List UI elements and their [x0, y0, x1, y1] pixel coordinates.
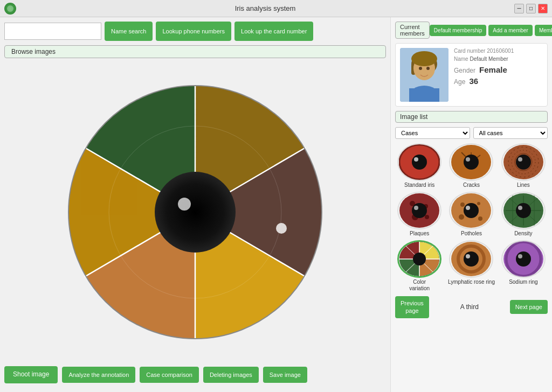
- image-thumb-potholes[interactable]: [449, 192, 493, 229]
- age-label: Age: [454, 78, 465, 86]
- shoot-image-button[interactable]: Shoot image: [4, 366, 58, 383]
- age-value: 36: [469, 76, 478, 86]
- cases-filter[interactable]: Cases: [395, 127, 470, 139]
- next-page-button[interactable]: Next page: [510, 300, 548, 314]
- analyze-annotation-button[interactable]: Analyze the annotation: [62, 367, 135, 383]
- svg-point-60: [516, 203, 531, 218]
- list-item[interactable]: Color variation: [395, 240, 444, 292]
- image-label: Color variation: [409, 279, 430, 292]
- list-item[interactable]: Lymphatic rose ring: [447, 240, 495, 292]
- image-thumb-plaques[interactable]: [397, 192, 441, 229]
- list-item[interactable]: Standard iris: [395, 143, 444, 188]
- iris-container: [4, 62, 386, 362]
- default-membership-button[interactable]: Default membership: [430, 25, 486, 36]
- member-card: Card number 201606001 Name Default Membe…: [395, 43, 548, 107]
- image-thumb-lines[interactable]: [501, 143, 546, 181]
- window-title: Iris analysis system: [16, 4, 514, 12]
- left-panel: Name search Lookup phone numbers Look up…: [0, 17, 390, 392]
- svg-point-50: [478, 216, 482, 221]
- svg-point-32: [466, 157, 470, 162]
- deleting-images-button[interactable]: Deleting images: [203, 367, 259, 383]
- current-members-label: Current members: [395, 22, 430, 39]
- image-label: Standard iris: [404, 182, 434, 188]
- image-label: Lymphatic rose ring: [448, 279, 495, 285]
- member-toolbar: Default membership Add a member Membersh…: [430, 25, 552, 36]
- svg-point-21: [419, 67, 422, 70]
- gender-value: Female: [479, 65, 507, 74]
- list-item[interactable]: Density: [499, 192, 548, 237]
- filter-row: Cases All cases: [395, 127, 548, 139]
- image-label: Lines: [517, 182, 530, 188]
- svg-point-45: [414, 206, 418, 210]
- previous-page-button[interactable]: Previous page: [395, 296, 429, 318]
- list-item[interactable]: Sodium ring: [499, 240, 548, 292]
- lookup-phone-button[interactable]: Lookup phone numbers: [156, 22, 231, 41]
- lookup-card-button[interactable]: Look up the card number: [234, 22, 313, 41]
- list-item[interactable]: Potholes: [447, 192, 495, 237]
- svg-point-12: [178, 198, 191, 211]
- image-label: Plaques: [410, 230, 429, 237]
- list-item[interactable]: Plaques: [395, 192, 444, 237]
- search-input[interactable]: [4, 23, 101, 40]
- card-number-label: Card number 201606001: [454, 48, 543, 54]
- svg-point-52: [466, 206, 470, 210]
- pagination-row: Previous page A third Next page: [395, 296, 548, 318]
- svg-point-11: [155, 172, 236, 253]
- browse-button[interactable]: Browse images: [4, 45, 386, 58]
- list-item[interactable]: Cracks: [447, 143, 495, 188]
- top-toolbar: Name search Lookup phone numbers Look up…: [4, 22, 386, 41]
- svg-point-26: [414, 157, 418, 162]
- svg-point-22: [426, 67, 430, 70]
- title-bar: Iris analysis system ─ □ ✕: [0, 0, 552, 17]
- membership-management-button[interactable]: Membership management: [535, 25, 552, 36]
- image-thumb-lymphatic[interactable]: [449, 240, 493, 278]
- image-label: Sodium ring: [509, 279, 537, 285]
- add-member-button[interactable]: Add a member: [488, 25, 533, 36]
- iris-image: [66, 83, 325, 341]
- maximize-button[interactable]: □: [526, 4, 536, 13]
- name-search-button[interactable]: Name search: [105, 22, 153, 41]
- gender-label: Gender: [454, 67, 475, 74]
- svg-point-44: [412, 203, 427, 218]
- app-logo: [4, 3, 16, 15]
- right-panel: Current members Default membership Add a…: [390, 17, 552, 392]
- all-cases-filter[interactable]: All cases: [473, 127, 548, 139]
- save-image-button[interactable]: Save image: [263, 367, 307, 383]
- image-label: Potholes: [461, 230, 482, 237]
- svg-point-37: [516, 155, 531, 170]
- svg-point-38: [518, 157, 522, 162]
- image-label: Cracks: [463, 182, 480, 188]
- avatar: [400, 48, 448, 102]
- svg-point-43: [425, 215, 429, 219]
- page-indicator: A third: [460, 303, 479, 311]
- case-comparison-button[interactable]: Case comparison: [140, 367, 199, 383]
- svg-point-47: [460, 202, 465, 207]
- image-label: Density: [514, 230, 532, 237]
- bottom-toolbar: Shoot image Analyze the annotation Case …: [4, 362, 386, 388]
- image-thumb-density[interactable]: [501, 192, 546, 229]
- svg-point-48: [477, 202, 480, 205]
- image-thumb-standard[interactable]: [397, 143, 441, 181]
- svg-point-0: [7, 5, 13, 12]
- close-button[interactable]: ✕: [538, 4, 548, 13]
- main-content: Name search Lookup phone numbers Look up…: [0, 17, 552, 392]
- svg-rect-20: [409, 88, 439, 102]
- image-thumb-sodium[interactable]: [501, 240, 546, 278]
- member-info: Card number 201606001 Name Default Membe…: [454, 48, 543, 102]
- svg-point-51: [464, 203, 479, 218]
- svg-point-75: [516, 251, 531, 267]
- minimize-button[interactable]: ─: [514, 4, 524, 13]
- svg-point-31: [464, 155, 479, 170]
- window-controls: ─ □ ✕: [514, 4, 548, 13]
- svg-point-68: [413, 253, 426, 265]
- image-grid: Standard iris Cracks: [395, 143, 548, 292]
- svg-point-76: [518, 254, 522, 258]
- svg-point-71: [464, 251, 479, 267]
- svg-point-61: [518, 206, 522, 210]
- image-thumb-cracks[interactable]: [449, 143, 493, 181]
- svg-point-13: [276, 223, 287, 234]
- image-thumb-color-variation[interactable]: [397, 240, 441, 278]
- iris-svg: [66, 83, 325, 341]
- list-item[interactable]: Lines: [499, 143, 548, 188]
- image-list-label: Image list: [395, 111, 548, 123]
